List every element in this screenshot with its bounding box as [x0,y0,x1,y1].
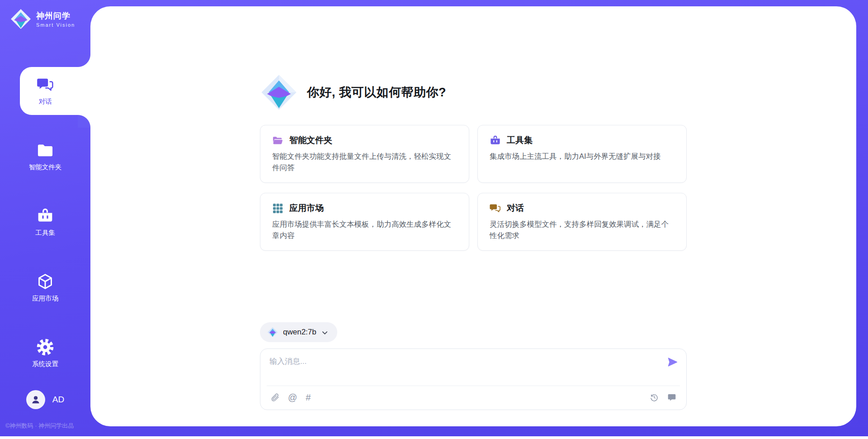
sidebar-item-smart-folder[interactable]: 智能文件夹 [0,124,90,189]
card-header: 智能文件夹 [272,134,457,146]
active-tab-background [20,67,90,115]
avatar [26,390,45,409]
card-header: 对话 [490,202,675,214]
sidebar-item-label: 工具集 [35,229,55,237]
cube-icon [37,273,54,290]
sidebar-item-app-market[interactable]: 应用市场 [0,255,90,320]
card-title: 智能文件夹 [289,134,332,146]
greeting-title: 你好, 我可以如何帮助你? [307,84,446,100]
gear-icon [37,339,54,356]
composer-left-tools: @ # [270,393,311,402]
bottom-strip [0,436,868,439]
card-app-market[interactable]: 应用市场 应用市场提供丰富长文本模板，助力高效生成多样化文章内容 [260,193,469,251]
main-content: 你好, 我可以如何帮助你? 智能文件夹 智能文件夹功能支持批量文件上传与清洗，轻… [260,6,687,410]
paperclip-icon[interactable] [270,393,279,402]
sidebar-item-chat[interactable]: 对话 [0,58,90,124]
sidebar: 神州问学 Smart Vision 对话 智能文件夹 [0,0,90,436]
card-title: 应用市场 [289,202,324,214]
copyright-footer: ©神州数码 · 神州问学出品 [5,422,91,430]
composer-right-tools [650,393,676,402]
user-account[interactable]: AD [0,390,90,409]
brand-subtitle: Smart Vision [36,22,75,28]
open-folder-icon [272,135,283,146]
brand-diamond-icon [10,8,32,30]
card-description: 灵活切换多模型文件，支持多样回复效果调试，满足个性化需求 [490,219,675,241]
hero-diamond-icon [260,73,298,111]
sidebar-item-label: 智能文件夹 [29,163,62,172]
feature-cards: 智能文件夹 智能文件夹功能支持批量文件上传与清洗，轻松实现文件问答 工具集 集成… [260,125,687,251]
chevron-down-icon [321,329,328,336]
send-button[interactable] [666,356,679,369]
person-icon [30,394,42,406]
brand-text: 神州问学 Smart Vision [36,10,75,28]
card-title: 对话 [507,202,524,214]
folder-icon [37,142,54,159]
sidebar-item-label: 系统设置 [32,360,58,368]
history-icon[interactable] [650,393,659,402]
chat-bubbles-icon [490,203,501,214]
sidebar-item-settings[interactable]: 系统设置 [0,320,90,386]
sidebar-nav: 对话 智能文件夹 工具集 应用市场 [0,58,90,386]
card-header: 工具集 [490,134,675,146]
message-input[interactable] [269,356,649,382]
briefcase-icon [37,207,54,224]
model-name: qwen2:7b [283,328,316,337]
card-header: 应用市场 [272,202,457,214]
card-description: 智能文件夹功能支持批量文件上传与清洗，轻松实现文件问答 [272,151,457,173]
mention-icon[interactable]: @ [288,393,297,402]
composer-toolbar: @ # [270,385,676,410]
card-chat[interactable]: 对话 灵活切换多模型文件，支持多样回复效果调试，满足个性化需求 [477,193,687,251]
card-smart-folder[interactable]: 智能文件夹 智能文件夹功能支持批量文件上传与清洗，轻松实现文件问答 [260,125,469,183]
sidebar-item-toolset[interactable]: 工具集 [0,189,90,255]
message-composer: @ # [260,348,687,410]
greeting-block: 你好, 我可以如何帮助你? [260,73,687,111]
card-description: 集成市场上主流工具，助力AI与外界无缝扩展与对接 [490,151,675,162]
model-selector[interactable]: qwen2:7b [260,322,337,342]
main-panel: 你好, 我可以如何帮助你? 智能文件夹 智能文件夹功能支持批量文件上传与清洗，轻… [90,6,856,426]
chat-icon [37,76,54,93]
brand-logo-block: 神州问学 Smart Vision [10,8,75,30]
card-title: 工具集 [507,134,533,146]
brand-name: 神州问学 [36,10,75,21]
feedback-bubble-icon[interactable] [667,393,676,402]
app-background: 神州问学 Smart Vision 对话 智能文件夹 [0,0,868,436]
sidebar-item-label: 对话 [39,97,52,106]
card-description: 应用市场提供丰富长文本模板，助力高效生成多样化文章内容 [272,219,457,241]
user-name: AD [52,395,64,405]
sidebar-item-label: 应用市场 [32,294,58,303]
app-grid-icon [272,203,283,214]
model-diamond-icon [267,327,278,338]
card-toolset[interactable]: 工具集 集成市场上主流工具，助力AI与外界无缝扩展与对接 [477,125,687,183]
send-icon [667,356,679,368]
toolbox-icon [490,135,501,146]
hashtag-icon[interactable]: # [306,393,311,402]
